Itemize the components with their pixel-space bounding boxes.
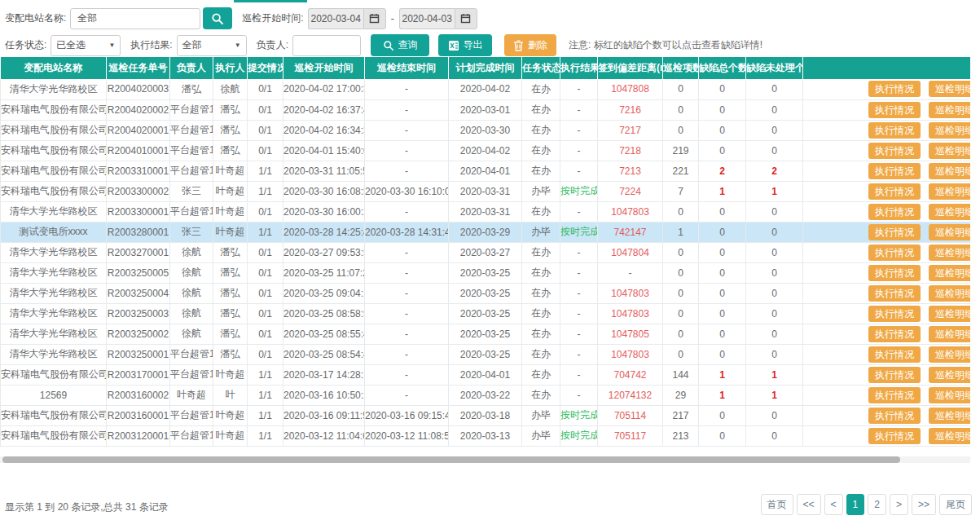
cell-start: 2020-04-02 16:37:41: [283, 99, 365, 120]
table-row[interactable]: 安科瑞电气股份有限公司E楼R2003310001平台超管11叶奇超1/12020…: [1, 161, 971, 181]
prev-page-button[interactable]: <: [824, 494, 843, 515]
cell-unhandled: 0: [746, 344, 803, 364]
inspection-detail-button[interactable]: 巡检明细: [929, 387, 970, 403]
execution-status-button[interactable]: 执行情况: [868, 326, 921, 342]
execution-status-button[interactable]: 执行情况: [868, 122, 921, 139]
cell-start: 2020-03-27 09:53:59: [283, 242, 365, 262]
table-row[interactable]: 清华大学光华路校区R2003270001徐航潘弘0/12020-03-27 09…: [1, 242, 971, 262]
date-from-input[interactable]: 2020-03-04: [308, 8, 363, 29]
table-row[interactable]: 12569R2003160002叶奇超叶1/12020-03-16 10:50:…: [1, 385, 971, 405]
cell-items: 0: [663, 344, 699, 364]
query-button[interactable]: 查询: [371, 34, 429, 56]
table-row[interactable]: 清华大学光华路校区R2003250003徐航潘弘0/12020-03-25 08…: [1, 303, 971, 324]
delete-button[interactable]: 删除: [504, 34, 556, 56]
cell-order: R2003300001: [107, 201, 170, 222]
execution-status-button[interactable]: 执行情况: [868, 224, 921, 240]
execution-status-button[interactable]: 执行情况: [868, 265, 921, 281]
table-row[interactable]: 安科瑞电气股份有限公司E楼R2003170001平台超管11叶奇超1/12020…: [1, 364, 971, 385]
table-row[interactable]: 清华大学光华路校区R2003250004徐航潘弘0/12020-03-25 09…: [1, 283, 971, 303]
table-row[interactable]: 清华大学光华路校区R2003250002徐航潘弘0/12020-03-25 08…: [1, 324, 971, 344]
date-to-input[interactable]: 2020-04-03: [399, 8, 455, 29]
table-row[interactable]: 安科瑞电气股份有限公司E楼R2003120001平台超管11叶奇超1/12020…: [1, 425, 971, 446]
station-search-button[interactable]: [203, 7, 232, 29]
execution-status-button[interactable]: 执行情况: [868, 183, 921, 200]
page-2-button[interactable]: 2: [868, 494, 886, 515]
table-row[interactable]: 安科瑞电气股份有限公司E楼R2004010001平台超管11潘弘0/12020-…: [1, 140, 971, 161]
cell-items: 0: [663, 99, 699, 120]
next-page-button[interactable]: >: [890, 494, 908, 515]
inspection-detail-button[interactable]: 巡检明细: [929, 102, 970, 118]
execution-status-button[interactable]: 执行情况: [868, 428, 921, 444]
calendar-icon[interactable]: [363, 8, 386, 29]
inspection-detail-button[interactable]: 巡检明细: [929, 428, 970, 444]
inspection-detail-button[interactable]: 巡检明细: [929, 224, 970, 240]
inspection-detail-button[interactable]: 巡检明细: [929, 346, 970, 363]
execution-status-button[interactable]: 执行情况: [868, 163, 921, 179]
owner-input[interactable]: [292, 35, 361, 56]
execution-status-button[interactable]: 执行情况: [868, 245, 921, 261]
table-row[interactable]: 安科瑞电气股份有限公司E楼R2004020002平台超管11潘弘0/12020-…: [1, 99, 971, 120]
cell-result: 按时完成: [560, 181, 598, 201]
table-row[interactable]: 清华大学光华路校区R2004020003潘弘徐航0/12020-04-02 17…: [1, 79, 971, 99]
cell-items: 0: [663, 283, 699, 303]
table-row[interactable]: 清华大学光华路校区R2003250001平台超管11潘弘0/12020-03-2…: [1, 344, 971, 364]
cell-unhandled[interactable]: 2: [746, 161, 803, 181]
execution-status-button[interactable]: 执行情况: [868, 285, 921, 302]
inspection-detail-button[interactable]: 巡检明细: [929, 265, 970, 281]
inspection-detail-button[interactable]: 巡检明细: [929, 245, 970, 261]
execution-status-button[interactable]: 执行情况: [868, 408, 921, 424]
cell-unhandled: 0: [746, 201, 803, 222]
table-row[interactable]: 测试变电所xxxxR2003280001张三叶奇超1/12020-03-28 1…: [1, 222, 971, 242]
cell-unhandled[interactable]: 1: [746, 181, 803, 201]
page-1-button[interactable]: 1: [846, 494, 865, 515]
inspection-detail-button[interactable]: 巡检明细: [929, 183, 970, 200]
execution-status-button[interactable]: 执行情况: [868, 306, 921, 322]
execution-status-button[interactable]: 执行情况: [868, 346, 921, 363]
execution-status-button[interactable]: 执行情况: [868, 143, 921, 159]
inspection-detail-button[interactable]: 巡检明细: [929, 408, 970, 424]
cell-order: R2003250002: [107, 324, 170, 344]
fast-prev-button[interactable]: <<: [797, 494, 821, 515]
inspection-detail-button[interactable]: 巡检明细: [929, 204, 970, 220]
export-button[interactable]: 导出: [438, 34, 492, 56]
cell-planned: 2020-03-25: [449, 324, 522, 344]
table-row[interactable]: 清华大学光华路校区R2003300001平台超管11叶奇超0/12020-03-…: [1, 201, 971, 222]
inspection-detail-button[interactable]: 巡检明细: [929, 326, 970, 342]
table-row[interactable]: 安科瑞电气股份有限公司E楼R2003300002张三叶奇超1/12020-03-…: [1, 181, 971, 201]
exec-result-select[interactable]: 全部 ▼: [177, 35, 247, 56]
col-header-status: 任务状态: [522, 57, 560, 79]
table-row[interactable]: 清华大学光华路校区R2003250005徐航潘弘0/12020-03-25 11…: [1, 262, 971, 283]
first-page-button[interactable]: 首页: [761, 494, 793, 515]
cell-defects[interactable]: 1: [699, 385, 746, 405]
cell-items: 144: [663, 364, 699, 385]
execution-status-button[interactable]: 执行情况: [868, 81, 921, 97]
horizontal-scrollbar-thumb[interactable]: [2, 456, 900, 463]
fast-next-button[interactable]: >>: [912, 494, 936, 515]
inspection-detail-button[interactable]: 巡检明细: [929, 81, 970, 97]
execution-status-button[interactable]: 执行情况: [868, 367, 921, 383]
inspection-detail-button[interactable]: 巡检明细: [929, 306, 970, 322]
table-row[interactable]: 安科瑞电气股份有限公司E楼R2004020001平台超管11潘弘0/12020-…: [1, 120, 971, 140]
cell-distance: 1047804: [598, 242, 663, 262]
cell-defects[interactable]: 2: [699, 161, 746, 181]
calendar-icon[interactable]: [455, 8, 477, 29]
last-page-button[interactable]: 尾页: [939, 494, 972, 515]
cell-defects: 0: [699, 262, 746, 283]
station-name-input[interactable]: [70, 8, 200, 29]
col-header-result: 执行结果: [560, 57, 598, 79]
inspection-detail-button[interactable]: 巡检明细: [929, 367, 970, 383]
execution-status-button[interactable]: 执行情况: [868, 102, 921, 118]
execution-status-button[interactable]: 执行情况: [868, 204, 921, 220]
task-status-select[interactable]: 已全选 ▼: [51, 35, 121, 56]
inspection-detail-button[interactable]: 巡检明细: [929, 285, 970, 302]
cell-unhandled[interactable]: 1: [746, 385, 803, 405]
execution-status-button[interactable]: 执行情况: [868, 387, 921, 403]
inspection-detail-button[interactable]: 巡检明细: [929, 163, 970, 179]
inspection-detail-button[interactable]: 巡检明细: [929, 143, 970, 159]
cell-defects[interactable]: 1: [699, 181, 746, 201]
cell-defects[interactable]: 1: [699, 364, 746, 385]
inspection-detail-button[interactable]: 巡检明细: [929, 122, 970, 139]
table-row[interactable]: 安科瑞电气股份有限公司E楼R2003160001平台超管11叶奇超1/12020…: [1, 405, 971, 425]
col-header-unhandled: 缺陷未处理个数: [746, 57, 803, 79]
cell-unhandled[interactable]: 1: [746, 364, 803, 385]
